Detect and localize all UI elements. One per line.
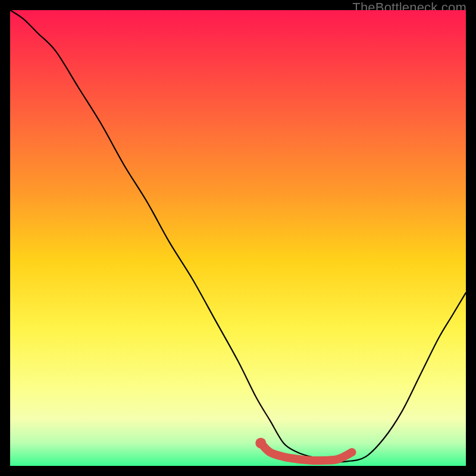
- optimal-region-start-dot: [255, 438, 266, 449]
- stage: TheBottleneck.com: [0, 0, 476, 476]
- chart-svg: [10, 10, 466, 466]
- optimal-region-marker-path: [261, 443, 352, 461]
- bottleneck-curve-path: [10, 10, 466, 462]
- chart-plot-area: [10, 10, 466, 466]
